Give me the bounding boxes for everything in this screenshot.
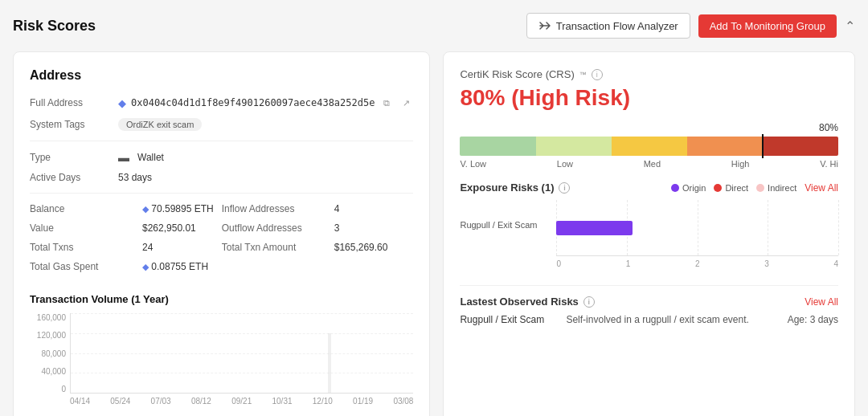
eth-icon-2: ◆ (142, 204, 149, 214)
x-tick-1: 1 (626, 259, 631, 268)
label-high: High (731, 159, 750, 169)
chevron-up-icon[interactable]: ⌃ (845, 18, 855, 34)
inflow-label: Inflow Addresses (222, 203, 334, 214)
risk-segment-high (687, 137, 763, 156)
risk-segment-low (536, 137, 612, 156)
value-value: $262,950.01 (142, 222, 196, 234)
exposure-legend: Origin Direct Indirect View All (671, 182, 838, 194)
origin-dot (671, 184, 679, 192)
exposure-view-all-link[interactable]: View All (805, 182, 838, 194)
exposure-title: Exposure Risks (1) i (460, 181, 570, 194)
chart-title: Transaction Volume (1 Year) (30, 293, 413, 305)
type-label: Type (30, 152, 118, 163)
x-tick-0: 0 (556, 259, 561, 268)
observed-risk-desc: Self-involved in a rugpull / exit scam e… (566, 314, 777, 325)
main-content: Address Full Address ◆ 0x0404c04d1d1f8e9… (13, 51, 855, 416)
legend-indirect: Indirect (756, 183, 796, 193)
divider-1 (30, 141, 413, 141)
x-label-0308: 03/08 (393, 397, 413, 406)
legend-origin: Origin (671, 183, 706, 193)
grid-line-4 (71, 373, 413, 373)
type-row: Type ▬ Wallet (30, 151, 413, 164)
balance-item: Balance ◆ 70.59895 ETH Value $262,950.01… (30, 203, 222, 280)
right-panel: CertiK Risk Score (CRS) ™ i 80% (High Ri… (443, 51, 855, 416)
address-section-title: Address (30, 68, 413, 83)
chart-container: 160,000 120,000 80,000 40,000 0 (30, 313, 413, 410)
risk-indicator (762, 134, 764, 158)
full-address-row: Full Address ◆ 0x0404c04d1d1f8e9f4901260… (30, 96, 413, 110)
system-tags-row: System Tags OrdiZK exit scam (30, 118, 413, 131)
label-vlow: V. Low (460, 159, 486, 169)
risk-segment-vhi (763, 137, 838, 156)
x-label-0414: 04/14 (70, 397, 90, 406)
x-label-0119: 01/19 (353, 397, 373, 406)
grid-line-3 (71, 353, 413, 354)
legend-direct: Direct (714, 183, 748, 193)
full-address-value: ◆ 0x0404c04d1d1f8e9f4901260097aece438a25… (118, 96, 413, 110)
y-label-40k: 40,000 (30, 367, 66, 376)
page-title: Risk Scores (13, 18, 96, 35)
direct-dot (714, 184, 722, 192)
x-label-1210: 12/10 (313, 397, 333, 406)
eth-icon: ◆ (118, 97, 126, 109)
exposure-info-icon[interactable]: i (559, 182, 570, 194)
risk-bar (460, 137, 838, 156)
exposure-x-ticks: 0 1 2 3 4 (556, 259, 838, 268)
x-label-0921: 09/21 (231, 397, 252, 406)
total-txns-label: Total Txns (30, 242, 142, 253)
observed-risk-row: Rugpull / Exit Scam Self-involved in a r… (460, 314, 838, 325)
crs-info-icon[interactable]: i (592, 69, 603, 80)
chart-y-labels: 160,000 120,000 80,000 40,000 0 (30, 313, 66, 394)
stats-grid: Balance ◆ 70.59895 ETH Value $262,950.01… (30, 203, 413, 280)
header-actions: Transaction Flow Analyzer Add To Monitor… (526, 13, 855, 39)
balance-label: Balance (30, 203, 142, 214)
header: Risk Scores Transaction Flow Analyzer Ad… (13, 13, 855, 39)
x-tick-4: 4 (833, 259, 838, 268)
active-days-label: Active Days (30, 172, 118, 183)
x-label-0524: 05/24 (110, 397, 130, 406)
origin-label: Origin (682, 183, 706, 193)
chart-grid-lines (71, 313, 413, 393)
label-med: Med (644, 159, 661, 169)
outflow-label: Outflow Addresses (222, 222, 334, 234)
y-label-0: 0 (30, 385, 66, 394)
transaction-flow-analyzer-button[interactable]: Transaction Flow Analyzer (526, 13, 690, 39)
page-container: Risk Scores Transaction Flow Analyzer Ad… (0, 0, 868, 416)
crs-score: 80% (High Risk) (460, 85, 838, 111)
exposure-y-label: Rugpull / Exit Scam (460, 200, 556, 256)
indirect-label: Indirect (768, 183, 796, 193)
exposure-x-axis: 0 1 2 3 4 (556, 256, 838, 268)
x-tick-3: 3 (764, 259, 769, 268)
outflow-value: 3 (334, 222, 340, 234)
chart-area: 04/14 05/24 07/03 08/12 09/21 10/31 12/1… (70, 313, 413, 410)
observed-risk-tag: Rugpull / Exit Scam (460, 314, 556, 325)
observed-risk-age: Age: 3 days (788, 314, 838, 325)
total-txn-amount-value: $165,269.60 (334, 242, 388, 253)
value-label: Value (30, 222, 142, 234)
direct-label: Direct (725, 183, 748, 193)
risk-bar-container: 80% V. Low Low Med High (460, 122, 838, 169)
observed-view-all-link[interactable]: View All (805, 296, 838, 308)
risk-percentage-label: 80% (460, 122, 838, 133)
active-days-row: Active Days 53 days (30, 172, 413, 183)
x-label-0703: 07/03 (151, 397, 171, 406)
eth-icon-3: ◆ (142, 262, 149, 271)
label-low: Low (557, 159, 573, 169)
egrid-2 (698, 200, 698, 255)
y-label-120k: 120,000 (30, 331, 66, 340)
observed-info-icon[interactable]: i (583, 296, 595, 308)
total-txn-amount-label: Total Txn Amount (222, 242, 334, 253)
chart-line-area (70, 313, 413, 394)
divider-2 (30, 193, 413, 194)
inflow-outflow-item: Inflow Addresses 4 Outflow Addresses 3 T… (222, 203, 414, 280)
chart-spike (328, 333, 331, 393)
copy-icon[interactable]: ⧉ (379, 96, 394, 110)
x-label-1031: 10/31 (272, 397, 292, 406)
x-label-0812: 08/12 (191, 397, 211, 406)
external-link-icon[interactable]: ↗ (399, 96, 413, 110)
egrid-4 (838, 200, 839, 255)
exposure-chart-inner: Rugpull / Exit Scam (460, 200, 838, 256)
risk-bar-labels: V. Low Low Med High V. Hi (460, 159, 838, 169)
add-to-monitoring-group-button[interactable]: Add To Monitoring Group (698, 14, 837, 38)
inflow-value: 4 (334, 203, 340, 214)
